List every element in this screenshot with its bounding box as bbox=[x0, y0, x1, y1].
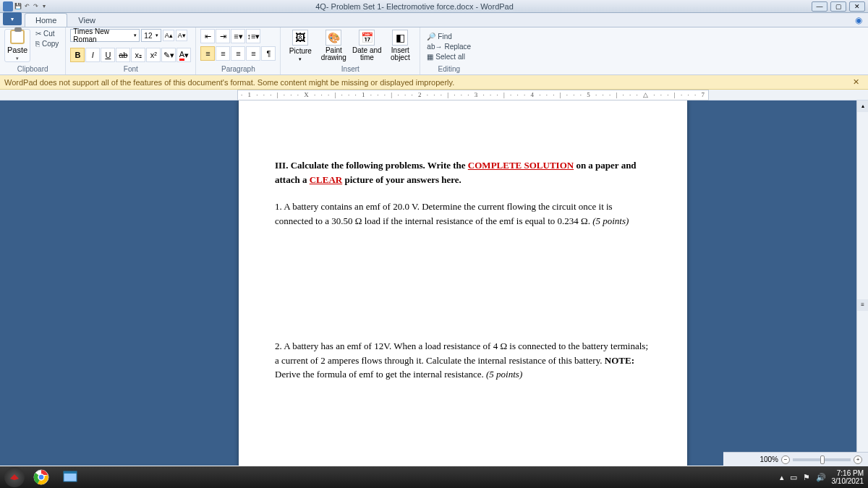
help-icon[interactable]: ◉ bbox=[855, 15, 862, 25]
paste-label: Paste bbox=[7, 46, 27, 54]
rog-icon bbox=[9, 471, 20, 483]
strikethrough-button[interactable]: ab bbox=[116, 48, 130, 62]
picture-label: Picture bbox=[289, 47, 312, 55]
align-right-button[interactable]: ≡ bbox=[231, 46, 245, 61]
vertical-scrollbar[interactable]: ▴ ≡ bbox=[856, 100, 868, 466]
italic-button[interactable]: I bbox=[85, 48, 100, 62]
copy-button[interactable]: ⎘Copy bbox=[33, 39, 61, 48]
app2-icon bbox=[63, 471, 77, 484]
font-family-combo[interactable]: Times New Roman▾ bbox=[70, 29, 140, 42]
find-label: Find bbox=[438, 33, 451, 40]
paste-button[interactable]: Paste ▾ bbox=[4, 29, 30, 62]
tray-volume-icon[interactable]: 🔊 bbox=[816, 473, 826, 482]
subscript-button[interactable]: x₂ bbox=[131, 48, 145, 62]
bold-button[interactable]: B bbox=[70, 48, 85, 62]
ruler-track: · 1 · · · | · · · X · · · | · · · 1 · · … bbox=[237, 90, 709, 100]
q2-points: (5 points) bbox=[486, 369, 522, 380]
q2-note: Derive the formula of emf to get the int… bbox=[275, 369, 486, 380]
qat-undo-icon[interactable]: ↶ bbox=[23, 3, 30, 10]
group-font: Times New Roman▾ 12▾ A▴ A▾ B I U ab x₂ x… bbox=[66, 27, 196, 74]
heading-red2: CLEAR bbox=[310, 174, 343, 185]
indent-increase-button[interactable]: ⇥ bbox=[216, 29, 230, 43]
font-size-combo[interactable]: 12▾ bbox=[141, 29, 161, 42]
zoom-thumb[interactable] bbox=[820, 455, 825, 464]
taskbar-app[interactable] bbox=[58, 468, 82, 486]
picture-icon: 🖼 bbox=[292, 30, 308, 46]
select-all-button[interactable]: ▦Select all bbox=[425, 52, 467, 61]
zoom-in-button[interactable]: + bbox=[854, 455, 862, 464]
superscript-button[interactable]: x² bbox=[146, 48, 161, 62]
taskbar-chrome[interactable] bbox=[29, 468, 54, 486]
qat-save-icon[interactable]: 💾 bbox=[14, 3, 22, 10]
tray-up-icon[interactable]: ▴ bbox=[780, 473, 784, 482]
tab-view[interactable]: View bbox=[67, 13, 106, 27]
zoom-slider[interactable] bbox=[793, 458, 851, 461]
document-page[interactable]: III. Calculate the following problems. W… bbox=[239, 100, 687, 466]
q1-points: (5 points) bbox=[592, 215, 629, 226]
underline-button[interactable]: U bbox=[101, 48, 115, 62]
zoom-label: 100% bbox=[760, 455, 778, 463]
find-button[interactable]: 🔎Find bbox=[425, 32, 454, 41]
heading-text: III. Calculate the following problems. W… bbox=[275, 158, 651, 187]
q2-note-label: NOTE: bbox=[605, 355, 634, 366]
group-editing: 🔎Find ab→Replace ▦Select all Editing bbox=[420, 27, 477, 74]
taskbar: ▴ ▭ ⚑ 🔊 7:16 PM 3/10/2021 bbox=[0, 466, 868, 488]
insert-object-button[interactable]: ◧Insert object bbox=[385, 29, 415, 62]
document-area: III. Calculate the following problems. W… bbox=[0, 100, 868, 466]
copy-icon: ⎘ bbox=[35, 40, 40, 48]
highlight-button[interactable]: ✎▾ bbox=[161, 48, 176, 62]
align-center-button[interactable]: ≡ bbox=[216, 46, 230, 61]
status-bar: 100% − + bbox=[723, 452, 868, 466]
heading-red1: COMPLETE SOLUTION bbox=[468, 160, 574, 171]
qat-redo-icon[interactable]: ↷ bbox=[32, 3, 39, 10]
group-clipboard: Paste ▾ ✂Cut ⎘Copy Clipboard bbox=[0, 27, 66, 74]
scroll-up-button[interactable]: ▴ bbox=[857, 100, 868, 112]
group-clipboard-label: Clipboard bbox=[4, 64, 61, 74]
insert-paint-button[interactable]: 🎨Paint drawing bbox=[318, 29, 349, 62]
paragraph-dialog-button[interactable]: ¶ bbox=[261, 46, 276, 61]
title-bar: 💾 ↶ ↷ ▾ 4Q- Problem Set 1- Electromotive… bbox=[0, 0, 868, 13]
clock[interactable]: 7:16 PM 3/10/2021 bbox=[832, 469, 864, 485]
calendar-icon: 📅 bbox=[359, 30, 375, 46]
line-spacing-button[interactable]: ↕≡▾ bbox=[246, 29, 260, 43]
ruler[interactable]: · 1 · · · | · · · X · · · | · · · 1 · · … bbox=[0, 90, 868, 100]
close-button[interactable]: ✕ bbox=[849, 1, 865, 12]
date-label: Date and time bbox=[352, 47, 382, 61]
ribbon: Paste ▾ ✂Cut ⎘Copy Clipboard Times New R… bbox=[0, 27, 868, 75]
paint-label: Paint drawing bbox=[318, 47, 349, 61]
svg-rect-5 bbox=[64, 471, 77, 474]
q1-text: 1. A battery contains an emf of 20.0 V. … bbox=[275, 201, 613, 226]
clock-date: 3/10/2021 bbox=[832, 477, 864, 485]
minimize-button[interactable]: — bbox=[812, 1, 827, 12]
file-menu-button[interactable]: ▾ bbox=[3, 12, 22, 25]
maximize-button[interactable]: ▢ bbox=[830, 1, 846, 12]
font-family-value: Times New Roman bbox=[73, 27, 134, 43]
question-2: 2. A battery has an emf of 12V. When a l… bbox=[275, 339, 651, 382]
tray-action-icon[interactable]: ▭ bbox=[790, 473, 797, 482]
scroll-pagebreak-icon[interactable]: ≡ bbox=[857, 299, 868, 311]
shrink-font-button[interactable]: A▾ bbox=[176, 30, 187, 41]
window-controls: — ▢ ✕ bbox=[812, 1, 865, 12]
insert-date-button[interactable]: 📅Date and time bbox=[352, 29, 382, 62]
qat-dropdown-icon[interactable]: ▾ bbox=[41, 3, 48, 10]
binoculars-icon: 🔎 bbox=[427, 33, 435, 40]
align-left-button[interactable]: ≡ bbox=[200, 46, 215, 61]
start-button[interactable] bbox=[4, 467, 25, 487]
tray-flag-icon[interactable]: ⚑ bbox=[803, 473, 810, 482]
indent-decrease-button[interactable]: ⇤ bbox=[200, 29, 215, 43]
app-icon bbox=[3, 1, 13, 12]
group-paragraph-label: Paragraph bbox=[200, 64, 276, 74]
tab-home[interactable]: Home bbox=[25, 13, 67, 27]
warning-close-button[interactable]: ✕ bbox=[848, 77, 864, 87]
cut-button[interactable]: ✂Cut bbox=[33, 29, 61, 38]
select-all-icon: ▦ bbox=[427, 53, 433, 61]
zoom-out-button[interactable]: − bbox=[781, 455, 790, 464]
replace-button[interactable]: ab→Replace bbox=[425, 42, 473, 51]
font-color-button[interactable]: A▾ bbox=[176, 48, 191, 62]
insert-picture-button[interactable]: 🖼Picture▾ bbox=[285, 29, 315, 62]
grow-font-button[interactable]: A▴ bbox=[163, 30, 174, 41]
group-font-label: Font bbox=[70, 64, 191, 74]
bullets-button[interactable]: ≡▾ bbox=[231, 29, 245, 43]
align-justify-button[interactable]: ≡ bbox=[246, 46, 260, 61]
font-size-value: 12 bbox=[144, 32, 152, 40]
